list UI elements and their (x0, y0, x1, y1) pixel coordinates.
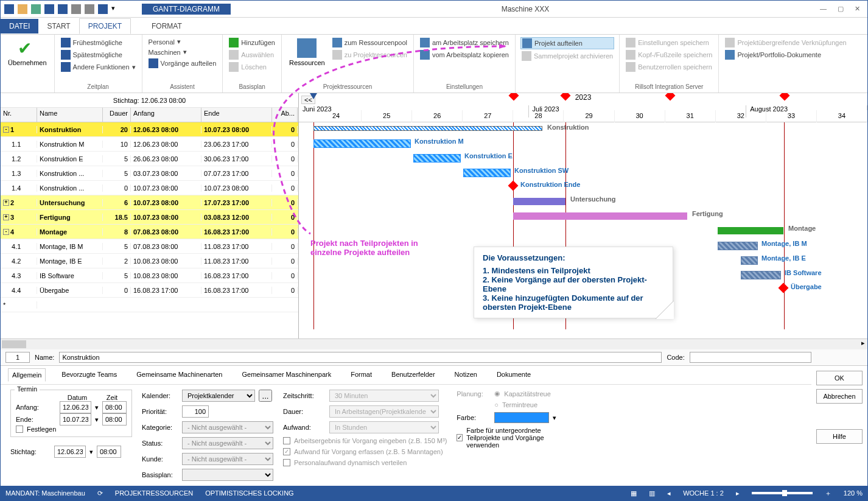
color-picker[interactable] (494, 412, 549, 423)
task-row[interactable]: +3Fertigung18.510.07.23 08:0003.08.23 12… (1, 210, 298, 225)
anfang-date[interactable] (60, 401, 91, 413)
maschinen-button[interactable]: Maschinen ▾ (147, 47, 218, 57)
grid-icon[interactable] (98, 4, 108, 14)
prio-field[interactable] (182, 405, 209, 418)
andere-button[interactable]: Andere Funktionen ▾ (60, 61, 137, 72)
task-row[interactable]: 1.2Konstruktion E526.06.23 08:0030.06.23… (1, 152, 298, 166)
close-icon[interactable]: ✕ (855, 5, 860, 13)
expander-icon[interactable]: - (3, 229, 9, 235)
task-bar[interactable] (741, 256, 758, 265)
view2-icon[interactable]: ▥ (649, 489, 655, 497)
zeitschritt-select[interactable]: 30 Minuten (329, 390, 439, 402)
col-name[interactable]: Name (37, 108, 103, 122)
task-row[interactable]: -1Konstruktion2012.06.23 08:0010.07.23 0… (1, 122, 298, 137)
summary-bar[interactable] (718, 227, 783, 234)
index-field[interactable] (5, 352, 30, 363)
tab-datei[interactable]: DATEI (1, 19, 38, 33)
hilfe-button[interactable]: Hilfe (816, 429, 863, 444)
open-icon[interactable] (18, 4, 27, 14)
ende-time[interactable] (102, 413, 127, 426)
task-row[interactable]: 1.1Konstruktion M1012.06.23 08:0023.06.2… (1, 137, 298, 152)
col-nr[interactable]: Nr. (1, 108, 37, 122)
summary-bar[interactable] (313, 126, 542, 131)
dtab-teams[interactable]: Bevorzugte Teams (58, 368, 121, 382)
stichtag-date[interactable] (54, 446, 86, 458)
aufwand-select[interactable]: In Stunden (329, 421, 439, 433)
tab-format[interactable]: FORMAT (143, 19, 191, 33)
summary-bar[interactable] (513, 198, 565, 205)
kategorie-select[interactable]: - Nicht ausgewählt - (182, 421, 273, 433)
ressourcen-button[interactable]: Ressourcen (287, 37, 327, 68)
task-bar[interactable] (741, 271, 781, 279)
task-row[interactable]: 4.1Montage, IB M507.08.23 08:0011.08.23 … (1, 239, 298, 254)
zoom-right-icon[interactable]: ▸ (736, 489, 740, 497)
tab-start[interactable]: START (38, 19, 79, 33)
task-row[interactable]: -4Montage807.08.23 08:0016.08.23 17:000 (1, 225, 298, 239)
expander-icon[interactable]: + (3, 200, 9, 206)
ende-date[interactable] (60, 413, 91, 426)
dtab-dokumente[interactable]: Dokumente (493, 368, 534, 382)
dtab-format[interactable]: Format (347, 368, 376, 382)
milestone[interactable] (508, 181, 519, 191)
task-row[interactable]: 1.4Konstruktion ...010.07.23 08:0010.07.… (1, 181, 298, 195)
tab-projekt[interactable]: PROJEKT (79, 18, 131, 34)
refresh-icon[interactable]: ⟳ (97, 489, 103, 497)
forward-icon[interactable] (85, 4, 94, 14)
dtab-allgemein[interactable]: Allgemein (8, 368, 46, 382)
abbrechen-button[interactable]: Abbrechen (816, 389, 863, 404)
task-bar[interactable] (463, 169, 511, 177)
task-row[interactable]: 4.4Übergabe016.08.23 17:0016.08.23 17:00… (1, 283, 298, 298)
stichtag-time[interactable] (97, 446, 121, 458)
col-dauer[interactable]: Dauer (103, 108, 131, 122)
task-bar[interactable] (313, 139, 411, 148)
milestone[interactable] (779, 283, 789, 293)
dtab-notizen[interactable]: Notizen (451, 368, 481, 382)
uebernehmen-button[interactable]: ✔ Übernehmen (5, 37, 49, 68)
view-icon[interactable]: ▦ (631, 489, 637, 497)
task-bar[interactable] (718, 242, 758, 250)
basisplan-select[interactable] (182, 469, 273, 481)
projekt-aufteilen-button[interactable]: Projekt aufteilen (520, 37, 614, 49)
back-icon[interactable] (71, 4, 81, 14)
status-select[interactable]: - Nicht ausgewählt - (182, 437, 273, 449)
expander-icon[interactable]: - (3, 127, 9, 133)
dokumente-button[interactable]: Projekt/Portfolio-Dokumente (724, 49, 847, 60)
vorgaenge-button[interactable]: Vorgänge aufteilen (147, 58, 218, 69)
vom-arbeitsplatz-button[interactable]: vom Arbeitsplatz kopieren (419, 49, 510, 60)
dtab-maschinenpark[interactable]: Gemeinsamer Maschinenpark (238, 368, 335, 382)
code-field[interactable] (690, 352, 811, 363)
dtab-machinenarten[interactable]: Gemeinsame Machinenarten (133, 368, 226, 382)
task-row[interactable]: 4.3IB Software510.08.23 08:0016.08.23 17… (1, 268, 298, 283)
festlegen-checkbox[interactable] (16, 426, 23, 433)
spaetest-button[interactable]: Spätestmögliche (60, 49, 137, 60)
col-ende[interactable]: Ende (201, 108, 272, 122)
task-row[interactable]: +2Untersuchung610.07.23 08:0017.07.23 17… (1, 195, 298, 210)
minimize-icon[interactable]: — (820, 5, 827, 13)
kalender-edit-button[interactable]: ... (259, 390, 272, 402)
export-icon[interactable] (58, 4, 68, 14)
maximize-icon[interactable]: ▢ (838, 5, 844, 13)
col-ab[interactable]: Ab... (272, 108, 298, 122)
personal-button[interactable]: Personal ▾ (147, 37, 218, 46)
dropdown-icon[interactable]: ▾ (111, 4, 121, 14)
anfang-time[interactable] (102, 401, 127, 413)
expander-icon[interactable]: + (3, 214, 9, 220)
fruehest-button[interactable]: Frühestmögliche (60, 37, 137, 48)
save-icon[interactable] (44, 4, 54, 14)
cb-farbe[interactable]: ✓ (457, 434, 463, 441)
undo-icon[interactable] (31, 4, 41, 14)
name-field[interactable] (59, 352, 662, 363)
task-row[interactable]: 4.2Montage, IB E210.08.23 08:0011.08.23 … (1, 254, 298, 268)
summary-bar[interactable] (513, 212, 687, 220)
task-row[interactable]: 1.3Konstruktion ...503.07.23 08:0007.07.… (1, 166, 298, 181)
zoom-left-icon[interactable]: ◂ (667, 489, 671, 497)
zum-pool-button[interactable]: zum Ressourcenpool (331, 37, 408, 48)
col-anfang[interactable]: Anfang (131, 108, 201, 122)
kalender-select[interactable]: Projektkalender (182, 390, 255, 402)
am-arbeitsplatz-button[interactable]: am Arbeitsplatz speichern (419, 37, 510, 48)
hinzufuegen-button[interactable]: Hinzufügen (228, 37, 276, 48)
horizontal-scrollbar[interactable]: ▸ (1, 338, 867, 349)
dtab-benutzerfelder[interactable]: Benutzerfelder (388, 368, 439, 382)
dauer-select[interactable]: In Arbeitstagen(Projektkalender abh (329, 405, 439, 418)
task-bar[interactable] (413, 154, 461, 163)
